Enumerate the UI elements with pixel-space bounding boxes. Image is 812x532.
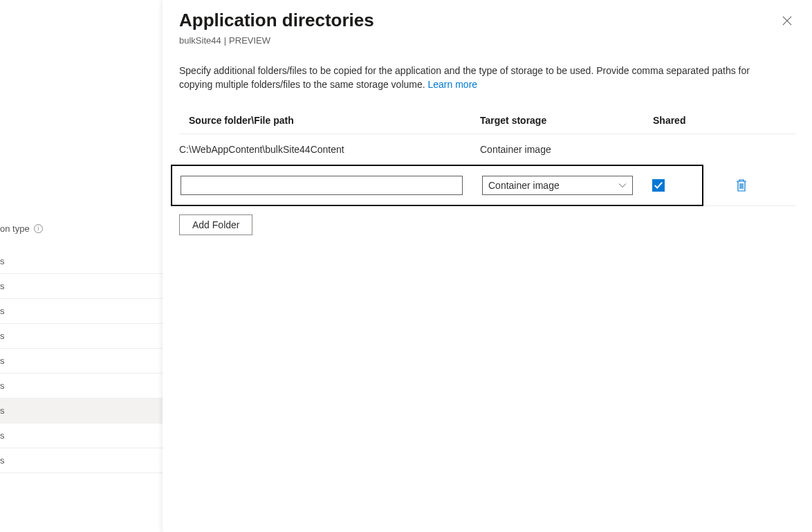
info-icon: i	[34, 224, 43, 233]
background-list-item[interactable]: s	[0, 374, 163, 398]
background-list-item[interactable]: s	[0, 249, 163, 274]
background-list-item[interactable]: s	[0, 324, 163, 349]
source-path-input[interactable]	[181, 176, 463, 195]
application-directories-panel: Application directories bulkSite44|PREVI…	[163, 0, 812, 532]
table-row: C:\WebAppContent\bulkSite44Content Conta…	[179, 134, 795, 165]
background-header-fragment: on type i	[0, 208, 163, 249]
background-sidebar: on type i s s s s s s s s s	[0, 0, 163, 532]
row-target-storage: Container image	[480, 144, 653, 155]
check-icon	[654, 181, 663, 190]
delete-row-button[interactable]	[730, 174, 753, 197]
subtitle-preview: PREVIEW	[229, 35, 270, 46]
target-storage-value: Container image	[488, 180, 560, 191]
shared-checkbox[interactable]	[652, 179, 665, 192]
row-source-path: C:\WebAppContent\bulkSite44Content	[179, 144, 480, 155]
chevron-down-icon	[618, 181, 627, 190]
close-button[interactable]	[777, 11, 797, 30]
background-header-text: on type	[0, 223, 30, 234]
background-list-item[interactable]: s	[0, 299, 163, 324]
background-list-item[interactable]: s	[0, 349, 163, 374]
table-header-row: Source folder\File path Target storage S…	[179, 107, 795, 134]
panel-description: Specify additional folders/files to be c…	[179, 64, 781, 91]
background-list-item[interactable]: s	[0, 423, 163, 448]
background-list-item[interactable]: s	[0, 274, 163, 299]
add-folder-button[interactable]: Add Folder	[179, 214, 252, 235]
panel-title: Application directories	[179, 10, 795, 31]
trash-icon	[736, 179, 747, 192]
directories-table: Source folder\File path Target storage S…	[179, 107, 795, 206]
close-icon	[782, 16, 792, 26]
edit-row-highlight: Container image	[171, 165, 703, 206]
subtitle-site: bulkSite44	[179, 35, 221, 46]
learn-more-link[interactable]: Learn more	[428, 79, 478, 90]
panel-subtitle: bulkSite44|PREVIEW	[179, 35, 795, 46]
header-source: Source folder\File path	[179, 115, 480, 126]
header-shared: Shared	[653, 115, 715, 126]
table-edit-row: Container image	[179, 165, 795, 206]
background-list-item[interactable]: s	[0, 448, 163, 473]
background-list-item-selected[interactable]: s	[0, 398, 163, 423]
target-storage-select[interactable]: Container image	[482, 176, 633, 195]
header-target: Target storage	[480, 115, 653, 126]
